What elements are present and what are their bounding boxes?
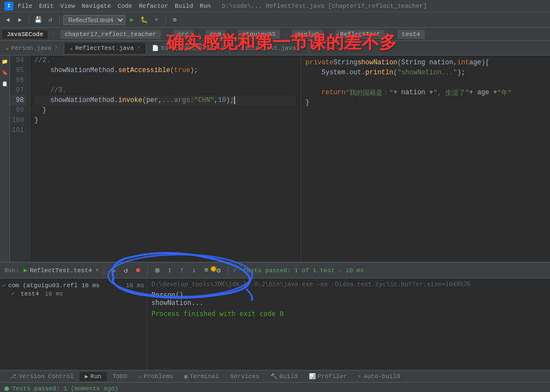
back-button[interactable]: ◀ (2, 14, 13, 26)
refresh-button[interactable]: ↺ (45, 14, 56, 26)
run-separator-3 (228, 266, 228, 275)
tab-build[interactable]: 🔨 Build (265, 372, 303, 381)
tab-profiler[interactable]: 📊 Profiler (303, 372, 353, 381)
line-num-95: 95 (10, 65, 26, 75)
run-expand-button[interactable]: ↑ (177, 266, 187, 276)
run-restore-button[interactable]: ⊞ (152, 266, 162, 276)
navtab-test4[interactable]: test4 (398, 30, 425, 39)
line-num-101: 101 (10, 125, 26, 135)
line-numbers: 94 95 96 97 98 99 100 101 (10, 55, 30, 262)
save-button[interactable]: 💾 (33, 14, 44, 26)
rp-line-4: return "我的国籍是：" + nation + ", 生活了" + age… (305, 88, 546, 98)
navtab-chapter[interactable]: chapter17_reflect_teacher (60, 30, 161, 39)
forward-button[interactable]: ▶ (14, 14, 26, 26)
run-tab-close[interactable]: × (95, 267, 99, 274)
tab-todo[interactable]: TODO (107, 372, 133, 381)
tab-run[interactable]: ▶ Run (79, 372, 107, 381)
run-stop-button[interactable]: ■ (133, 266, 143, 276)
menu-run[interactable]: Run (200, 3, 211, 9)
code-line-99: } (34, 105, 296, 115)
filetab-reflecttest[interactable]: ☕ ReflectTest.java × (64, 43, 147, 54)
navtab-apply3[interactable]: apply3 (292, 30, 323, 39)
project-icon[interactable]: 📁 (1, 58, 9, 65)
run-tree-parent-label: com (atguigu03.refl 10 ms (8, 282, 100, 289)
toolbar-separator-2 (59, 16, 60, 24)
navtab-com[interactable]: com (206, 30, 226, 39)
run-output-exitcode: Process finished with exit code 0 (151, 310, 546, 318)
bottom-tabs: ⎇ Version Control ▶ Run TODO ⚠ Problems … (4, 372, 406, 381)
structure-icon[interactable]: 📋 (1, 80, 9, 88)
close-icon[interactable]: × (137, 45, 140, 51)
code-editor[interactable]: //2. showNationMethod. setAccessible ( t… (30, 55, 301, 262)
close-icon[interactable]: × (299, 45, 303, 51)
run-tree-child: ✓ test4 10 ms (2, 290, 144, 297)
run-tab[interactable]: ▶ ReflectTest.test4 (23, 266, 91, 274)
titlebar: I File Edit View Navigate Code Refactor … (0, 0, 550, 12)
menu-refactor[interactable]: Refactor (139, 3, 168, 9)
line-num-100: 100 (10, 115, 26, 125)
run-collapse-button[interactable]: ↓ (189, 266, 199, 276)
run-config-combo[interactable]: ReflectTest.test4 (63, 15, 125, 25)
tab-problems[interactable]: ⚠ Problems (133, 372, 179, 381)
run-parent-ms: 10 ms (126, 282, 144, 289)
menu-view[interactable]: View (60, 3, 75, 9)
test-status-bar: Tests passed: 1 (moments ago) (0, 382, 550, 392)
menu-file[interactable]: File (18, 3, 32, 9)
run-play-button[interactable]: ▶ (109, 266, 119, 276)
navtab-reflecttest[interactable]: ReflectTest (335, 30, 385, 39)
menu-navigate[interactable]: Navigate (82, 3, 111, 9)
menu-edit[interactable]: Edit (39, 3, 53, 9)
tab-services-label: Services (230, 373, 259, 380)
menu-bar[interactable]: File Edit View Navigate Code Refactor Bu… (18, 3, 211, 9)
filetab-txt[interactable]: 📄 03-反射的应用.txt × (146, 42, 230, 54)
navtab-src[interactable]: src (173, 30, 193, 39)
run-button[interactable]: ▶ (126, 14, 138, 26)
file-tabs-bar: ☕ Person.java × ☕ ReflectTest.java × 📄 0… (0, 41, 550, 55)
bookmark-icon[interactable]: 🔖 (1, 69, 9, 77)
profile-button[interactable]: ⚡ (151, 14, 162, 26)
run-tree-button[interactable]: ≡ (201, 266, 211, 276)
bottom-statusbar: ⎇ Version Control ▶ Run TODO ⚠ Problems … (0, 370, 550, 382)
navtab-javasecode[interactable]: JavaSECode (2, 30, 48, 39)
settings-button[interactable]: ⚙ (169, 14, 180, 26)
tab-problems-label: Problems (144, 373, 173, 380)
tab-services[interactable]: Services (225, 372, 265, 381)
filetab-label: 03-反射的应用.txt (161, 44, 217, 52)
tab-autobuild[interactable]: ⚡ Auto-build (353, 372, 406, 381)
close-icon[interactable]: × (221, 45, 224, 51)
run-settings-button[interactable]: ⚙ (213, 266, 223, 276)
right-preview-panel: private String showNation (String nation… (301, 55, 550, 262)
debug-button[interactable]: 🐛 (139, 14, 150, 26)
filetab-label: FieldsTest.java (241, 45, 296, 52)
run-output-panel: D:\develop_tools\JDK\jdk-17.0.2\bin\java… (147, 278, 550, 370)
java-icon: ☕ (6, 45, 9, 52)
tab-build-label: Build (279, 373, 298, 380)
rp-line-3 (305, 78, 546, 88)
rp-line-5: } (305, 98, 546, 108)
code-line-97: //3. (34, 85, 296, 95)
filetab-person[interactable]: ☕ Person.java × (0, 43, 64, 54)
code-line-94: //2. (34, 55, 296, 65)
run-status-check-icon: ✓ (233, 267, 237, 274)
tab-terminal[interactable]: ▣ Terminal (179, 372, 225, 381)
run-rerun-button[interactable]: ↺ (121, 266, 131, 276)
run-tab-icon: ▶ (23, 266, 27, 274)
run-sort-button[interactable]: ↕ (165, 266, 175, 276)
tab-terminal-label: Terminal (190, 373, 219, 380)
tab-version-control[interactable]: ⎇ Version Control (4, 372, 79, 381)
close-icon[interactable]: × (55, 45, 58, 51)
run-tree-panel: ✓ com (atguigu03.refl 10 ms 10 ms ✓ test… (0, 278, 147, 370)
app-logo: I (4, 2, 13, 11)
run-panel: Run: ▶ ReflectTest.test4 × ▶ ↺ ■ ⊞ ↕ ↑ ↓… (0, 262, 550, 370)
navtab-atguigu[interactable]: atguigu03 (238, 30, 279, 39)
menu-code[interactable]: Code (118, 3, 132, 9)
toolbar-separator-3 (165, 16, 166, 24)
editor-wrapper: 94 95 96 97 98 99 100 101 //2. showNatio… (10, 55, 301, 262)
line-num-98: 98 (10, 95, 26, 105)
main-editor-area: 📁 🔖 📋 94 95 96 97 98 99 100 101 //2. sho… (0, 55, 550, 262)
filetab-fieldstest[interactable]: ☕ FieldsTest.java × (230, 43, 309, 54)
run-separator-1 (104, 266, 104, 275)
tab-run-label: Run (90, 373, 101, 380)
run-output-person: Person()... (151, 291, 546, 299)
menu-build[interactable]: Build (175, 3, 193, 9)
